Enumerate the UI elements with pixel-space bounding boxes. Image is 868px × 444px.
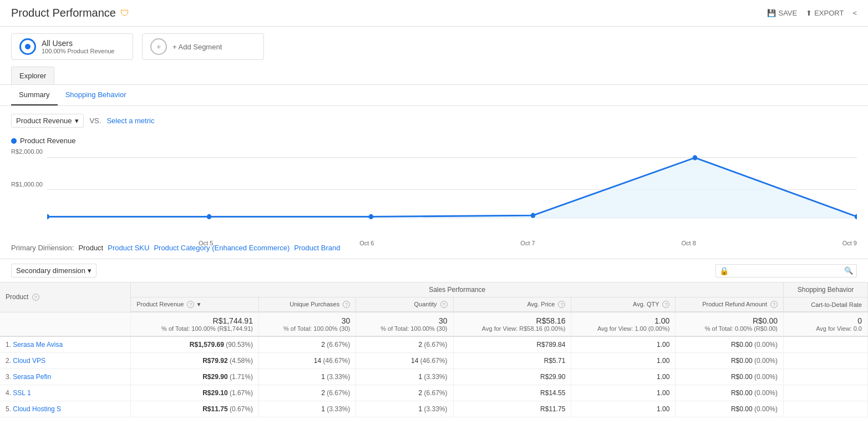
subtotals-row: R$1,744.91 % of Total: 100.00% (R$1,744.… bbox=[0, 312, 868, 336]
x-label-oct8: Oct 8 bbox=[682, 240, 696, 246]
row1-revenue: R$1,579.69 (90.53%) bbox=[131, 336, 259, 353]
col-avg-price-header: Avg. Price ? bbox=[453, 297, 571, 312]
save-icon: 💾 bbox=[767, 9, 776, 17]
row5-qty: 1 (3.33%) bbox=[356, 401, 453, 417]
export-icon: ⬆ bbox=[806, 9, 812, 17]
row3-cart bbox=[784, 369, 868, 385]
svg-marker-3 bbox=[47, 158, 857, 218]
svg-point-6 bbox=[369, 214, 373, 219]
chart-svg: ... Oct 5 Oct 6 Oct 7 Oct 8 Oct 9 bbox=[47, 148, 857, 237]
svg-point-7 bbox=[531, 213, 535, 218]
export-label: EXPORT bbox=[814, 9, 844, 17]
explorer-tab[interactable]: Explorer bbox=[11, 67, 54, 84]
qty-info-icon[interactable]: ? bbox=[440, 301, 448, 308]
table-group-header-row: Product ? Sales Performance Shopping Beh… bbox=[0, 282, 868, 297]
chart-wrap: R$2,000.00 R$1,000.00 R$0 bbox=[11, 148, 857, 237]
product-info-icon[interactable]: ? bbox=[32, 294, 39, 301]
col-avg-qty-header: Avg. QTY ? bbox=[571, 297, 676, 312]
row3-product: 3. Serasa Pefin bbox=[0, 369, 131, 385]
svg-point-4 bbox=[47, 214, 49, 219]
col-refund-header: Product Refund Amount ? bbox=[676, 297, 784, 312]
chart-legend: Product Revenue bbox=[11, 137, 857, 145]
row1-qty: 2 (6.67%) bbox=[356, 336, 453, 353]
row1-refund: R$0.00 (0.00%) bbox=[676, 336, 784, 353]
search-input[interactable] bbox=[731, 266, 842, 275]
row2-refund: R$0.00 (0.00%) bbox=[676, 353, 784, 369]
avg-price-info-icon[interactable]: ? bbox=[558, 301, 565, 308]
tab-summary-label: Summary bbox=[19, 90, 50, 99]
row1-product-link[interactable]: Serasa Me Avisa bbox=[13, 341, 63, 349]
add-segment-label: + Add Segment bbox=[172, 43, 222, 51]
row1-avg-price: R$789.84 bbox=[453, 336, 571, 353]
row1-avg-qty: 1.00 bbox=[571, 336, 676, 353]
tab-shopping-behavior[interactable]: Shopping Behavior bbox=[58, 85, 134, 105]
row5-cart bbox=[784, 401, 868, 417]
row5-avg-price: R$11.75 bbox=[453, 401, 571, 417]
row5-refund: R$0.00 (0.00%) bbox=[676, 401, 784, 417]
avg-qty-info-icon[interactable]: ? bbox=[662, 301, 669, 308]
tab-summary[interactable]: Summary bbox=[11, 85, 58, 105]
segments-bar: All Users 100.00% Product Revenue + + Ad… bbox=[0, 27, 868, 67]
refund-info-icon[interactable]: ? bbox=[770, 301, 778, 308]
unique-info-icon[interactable]: ? bbox=[343, 301, 350, 308]
row3-refund: R$0.00 (0.00%) bbox=[676, 369, 784, 385]
col-shopping-header: Shopping Behavior bbox=[784, 282, 868, 297]
sub-tabs: Summary Shopping Behavior bbox=[0, 85, 868, 106]
row3-avg-price: R$29.90 bbox=[453, 369, 571, 385]
svg-point-5 bbox=[207, 214, 211, 219]
row4-product-link[interactable]: SSL 1 bbox=[13, 389, 31, 397]
select-metric-link[interactable]: Select a metric bbox=[106, 117, 154, 125]
row2-revenue: R$79.92 (4.58%) bbox=[131, 353, 259, 369]
row2-avg-price: R$5.71 bbox=[453, 353, 571, 369]
search-box: 🔒 🔍 bbox=[715, 264, 857, 278]
row3-product-link[interactable]: Serasa Pefin bbox=[13, 373, 51, 381]
row4-qty: 2 (6.67%) bbox=[356, 385, 453, 401]
row5-product: 5. Cloud Hosting S bbox=[0, 401, 131, 417]
subtotal-avg-qty-cell: 1.00 Avg for View: 1.00 (0.00%) bbox=[571, 312, 676, 336]
sec-dim-label: Secondary dimension bbox=[16, 266, 85, 275]
metric-selected: Product Revenue bbox=[16, 117, 72, 125]
row2-qty: 14 (46.67%) bbox=[356, 353, 453, 369]
row3-qty: 1 (3.33%) bbox=[356, 369, 453, 385]
secondary-dim-bar: Secondary dimension ▾ 🔒 🔍 bbox=[0, 259, 868, 282]
save-label: SAVE bbox=[778, 9, 797, 17]
export-button[interactable]: ⬆ EXPORT bbox=[806, 9, 844, 17]
add-segment-button[interactable]: + + Add Segment bbox=[142, 33, 264, 60]
row4-refund: R$0.00 (0.00%) bbox=[676, 385, 784, 401]
x-label-oct5: Oct 5 bbox=[199, 240, 213, 246]
explorer-tab-label: Explorer bbox=[19, 72, 46, 80]
row1-unique: 2 (6.67%) bbox=[258, 336, 356, 353]
chart-y-labels: R$2,000.00 R$1,000.00 R$0 bbox=[11, 148, 43, 237]
segment-info: All Users 100.00% Product Revenue bbox=[42, 39, 114, 54]
share-icon: < bbox=[852, 9, 857, 17]
col-revenue-header: Product Revenue ? ▼ bbox=[131, 297, 259, 312]
sort-arrow[interactable]: ▼ bbox=[196, 301, 201, 307]
segment-all-users[interactable]: All Users 100.00% Product Revenue bbox=[11, 33, 133, 60]
row2-product-link[interactable]: Cloud VPS bbox=[13, 357, 45, 365]
row5-unique: 1 (3.33%) bbox=[258, 401, 356, 417]
segment-name: All Users bbox=[42, 39, 114, 48]
row3-unique: 1 (3.33%) bbox=[258, 369, 356, 385]
row5-product-link[interactable]: Cloud Hosting S bbox=[13, 405, 61, 413]
subtotal-avg-price-cell: R$58.16 Avg for View: R$58.16 (0.00%) bbox=[453, 312, 571, 336]
row4-cart bbox=[784, 385, 868, 401]
row4-avg-price: R$14.55 bbox=[453, 385, 571, 401]
x-label-oct6: Oct 6 bbox=[359, 240, 374, 246]
share-button[interactable]: < bbox=[852, 9, 857, 17]
data-table: Product ? Sales Performance Shopping Beh… bbox=[0, 282, 868, 417]
revenue-info-icon[interactable]: ? bbox=[187, 301, 194, 308]
col-unique-header: Unique Purchases ? bbox=[258, 297, 356, 312]
row4-unique: 2 (6.67%) bbox=[258, 385, 356, 401]
col-sales-header: Sales Performance bbox=[131, 282, 784, 297]
metric-dropdown[interactable]: Product Revenue ▾ bbox=[11, 114, 84, 128]
x-label-start: ... bbox=[47, 240, 52, 246]
page-header: Product Performance 🛡 💾 SAVE ⬆ EXPORT < bbox=[0, 0, 868, 27]
secondary-dim-dropdown[interactable]: Secondary dimension ▾ bbox=[11, 264, 97, 278]
subtotal-unique-cell: 30 % of Total: 100.00% (30) bbox=[258, 312, 356, 336]
x-label-oct9: Oct 9 bbox=[842, 240, 857, 246]
search-icon[interactable]: 🔍 bbox=[844, 266, 853, 275]
save-button[interactable]: 💾 SAVE bbox=[767, 9, 797, 17]
row4-avg-qty: 1.00 bbox=[571, 385, 676, 401]
row4-revenue: R$29.10 (1.67%) bbox=[131, 385, 259, 401]
tab-shopping-label: Shopping Behavior bbox=[65, 90, 126, 99]
